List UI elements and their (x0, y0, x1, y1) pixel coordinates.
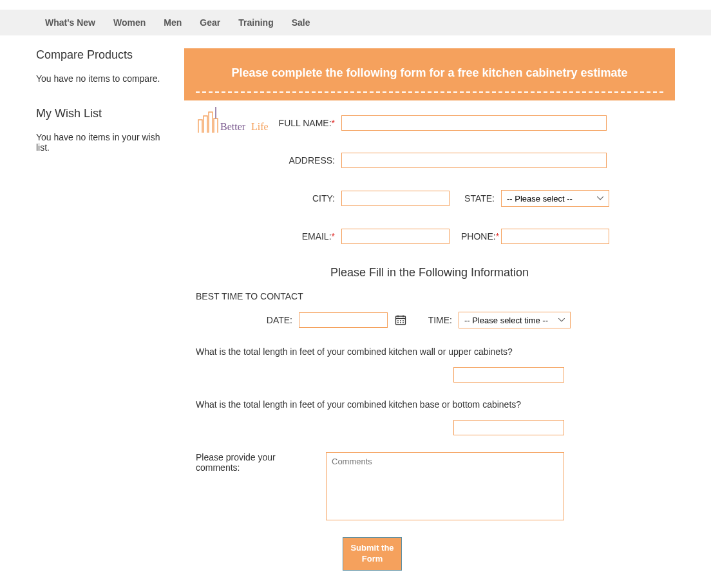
best-time-label: BEST TIME TO CONTACT (196, 291, 675, 301)
sidebar: Compare Products You have no items to co… (36, 48, 169, 571)
date-input[interactable] (299, 312, 388, 328)
nav-whats-new[interactable]: What's New (36, 10, 104, 35)
submit-button[interactable]: Submit the Form (343, 537, 402, 571)
full-name-label: FULL NAME: (279, 118, 332, 128)
question-2-input[interactable] (453, 420, 564, 435)
date-label: DATE: (267, 315, 292, 325)
full-name-input[interactable] (341, 115, 607, 131)
phone-label: PHONE: (461, 231, 496, 242)
svg-point-8 (403, 320, 404, 321)
email-input[interactable] (341, 229, 450, 244)
svg-point-11 (403, 322, 404, 323)
city-label: CITY: (312, 193, 335, 204)
svg-point-9 (397, 322, 399, 323)
time-label: TIME: (428, 315, 452, 325)
time-select[interactable]: -- Please select time -- (459, 312, 571, 328)
svg-point-7 (400, 320, 401, 321)
comments-label: Please provide your comments: (196, 452, 276, 473)
nav-men[interactable]: Men (155, 10, 191, 35)
address-label: ADDRESS: (289, 155, 335, 166)
top-spacer (0, 0, 711, 10)
wishlist-text: You have no items in your wish list. (36, 132, 169, 153)
calendar-icon[interactable] (394, 314, 407, 327)
required-marker: * (332, 231, 335, 242)
state-select[interactable]: -- Please select -- (501, 190, 609, 207)
svg-point-6 (397, 320, 399, 321)
question-1-input[interactable] (453, 367, 564, 383)
main-content: Please complete the following form for a… (184, 48, 675, 571)
required-marker: * (332, 118, 335, 128)
question-1-text: What is the total length in feet of your… (196, 346, 675, 357)
question-2-text: What is the total length in feet of your… (196, 399, 675, 410)
nav-training[interactable]: Training (229, 10, 282, 35)
email-label: EMAIL: (302, 231, 332, 242)
city-input[interactable] (341, 191, 450, 206)
form-banner: Please complete the following form for a… (184, 48, 675, 100)
wishlist-title: My Wish List (36, 107, 169, 120)
compare-block: Compare Products You have no items to co… (36, 48, 169, 84)
wishlist-block: My Wish List You have no items in your w… (36, 107, 169, 153)
phone-input[interactable] (501, 229, 609, 244)
nav-gear[interactable]: Gear (191, 10, 229, 35)
banner-divider (196, 91, 663, 93)
compare-title: Compare Products (36, 48, 169, 62)
compare-text: You have no items to compare. (36, 73, 169, 84)
main-nav: What's New Women Men Gear Training Sale (0, 10, 711, 35)
required-marker: * (496, 231, 499, 242)
nav-women[interactable]: Women (104, 10, 155, 35)
section-title: Please Fill in the Following Information (184, 266, 675, 280)
address-input[interactable] (341, 153, 607, 168)
state-label: STATE: (464, 193, 495, 204)
comments-textarea[interactable] (326, 452, 564, 520)
banner-title: Please complete the following form for a… (191, 66, 668, 80)
nav-sale[interactable]: Sale (283, 10, 319, 35)
svg-point-10 (400, 322, 401, 323)
